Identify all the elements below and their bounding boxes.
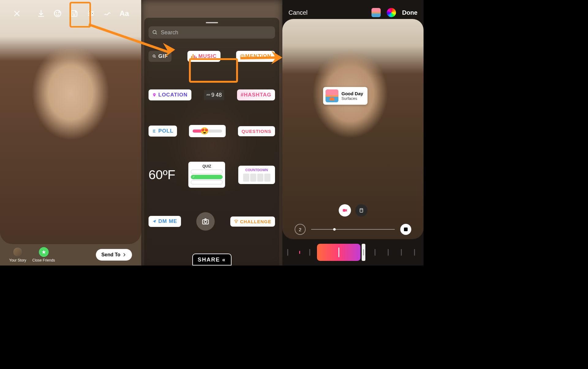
svg-point-10 [154,94,155,95]
duration-count[interactable]: 2 [295,224,306,235]
countdown-sticker[interactable]: COUNTDOWN [238,166,275,184]
album-art-icon [326,89,338,102]
svg-point-3 [73,13,73,13]
music-bars-icon [191,54,197,58]
your-story-label: Your Story [9,258,26,262]
heart-eyes-emoji-icon: 😍 [200,127,209,135]
scrub-track[interactable] [311,229,395,230]
music-sticker[interactable]: MUSIC [187,51,221,62]
dmme-sticker[interactable]: DM ME [149,216,181,227]
time-sticker[interactable]: AM 9 48 [204,90,224,100]
search-icon [152,30,158,35]
send-to-label: Send To [101,252,120,258]
music-editor-screen: Cancel Done 2 [282,0,424,265]
hashtag-sticker[interactable]: #HASHTAG [237,89,275,100]
face-filter-icon[interactable] [53,9,62,18]
svg-point-4 [75,13,75,13]
challenge-sticker[interactable]: CHALLENGE [230,217,275,227]
close-friends-label: Close Friends [32,258,55,262]
draw-icon[interactable] [103,9,112,18]
music-topbar: Cancel Done [282,8,424,17]
search-placeholder: Search [161,29,178,36]
questions-sticker[interactable]: QUESTIONS [238,126,275,136]
svg-point-6 [92,13,93,14]
time-hh: 9 [211,92,214,98]
waveform-window[interactable] [317,244,360,261]
story-editor-screen: Aa Your Story ★ Close Friends Send To [0,0,141,265]
download-icon[interactable] [36,9,45,18]
search-icon [152,54,156,58]
song-title: Good Day [341,91,363,96]
close-friends-button[interactable]: ★ Close Friends [32,247,55,262]
layout-button[interactable] [355,204,368,217]
stop-button[interactable] [400,224,411,235]
editor-toolbar: Aa [0,9,141,18]
location-sticker[interactable]: LOCATION [149,89,191,100]
story-bottom-bar: Your Story ★ Close Friends Send To [0,244,141,265]
share-button[interactable]: SHARE « [192,254,231,265]
quiz-sticker[interactable]: QUIZ [188,162,225,188]
mention-sticker[interactable]: @MENTION [236,51,275,62]
layout-icon [359,208,364,213]
emoji-slider-sticker[interactable]: 😍 [189,125,226,137]
send-to-button[interactable]: Send To [96,249,132,261]
story-photo [0,0,141,244]
send-icon [152,219,156,224]
scrub-handle[interactable] [333,228,336,231]
pin-icon [152,93,156,97]
camera-sticker[interactable] [196,212,215,231]
poll-icon [152,129,156,133]
done-button[interactable]: Done [402,9,417,16]
stop-icon [404,228,408,231]
svg-point-7 [89,15,91,16]
waveform-scrubber[interactable] [282,239,424,265]
color-wheel-icon[interactable] [387,8,396,17]
svg-point-1 [56,13,57,13]
album-art-icon[interactable] [371,8,381,17]
sticker-tray-screen: Search GIF MUSIC @MENTION LOCATION [141,0,282,265]
poll-label: POLL [158,128,173,134]
cancel-button[interactable]: Cancel [288,9,307,16]
star-icon: ★ [39,247,49,257]
gif-label: GIF [158,53,168,59]
video-camera-icon [342,207,348,213]
waveform-handle[interactable] [362,244,365,261]
text-tool-icon[interactable]: Aa [119,9,129,18]
close-icon[interactable] [12,9,21,18]
svg-rect-13 [343,209,345,212]
svg-point-8 [153,30,156,34]
temperature-sticker[interactable]: 60ºF [149,168,175,182]
record-button[interactable] [339,204,351,217]
avatar-icon [13,247,23,257]
drag-handle[interactable] [206,22,218,23]
song-artist: Surfaces [341,96,363,101]
countdown-label: COUNTDOWN [241,168,273,172]
camera-icon [202,217,209,225]
your-story-button[interactable]: Your Story [9,247,26,262]
adjust-icon[interactable] [86,9,96,18]
quiz-label: QUIZ [191,164,223,168]
chevron-right-icon [122,253,126,257]
music-controls: 2 [282,204,424,235]
challenge-label: CHALLENGE [240,219,271,224]
svg-point-12 [204,220,207,223]
svg-rect-14 [360,209,363,212]
sticker-tray[interactable]: Search GIF MUSIC @MENTION LOCATION [144,18,279,265]
svg-point-9 [153,55,155,57]
gif-sticker[interactable]: GIF [149,51,172,62]
location-label: LOCATION [158,92,188,98]
time-mm: 48 [216,92,222,98]
svg-point-2 [58,13,59,13]
music-label: MUSIC [198,53,217,59]
sticker-icon[interactable] [70,9,79,18]
time-ampm: AM [206,94,210,96]
dmme-label: DM ME [158,218,177,224]
sticker-search[interactable]: Search [149,26,275,39]
trophy-icon [234,219,238,224]
svg-point-5 [89,11,90,13]
poll-sticker[interactable]: POLL [149,126,177,137]
music-track-card[interactable]: Good Day Surfaces [323,87,368,105]
